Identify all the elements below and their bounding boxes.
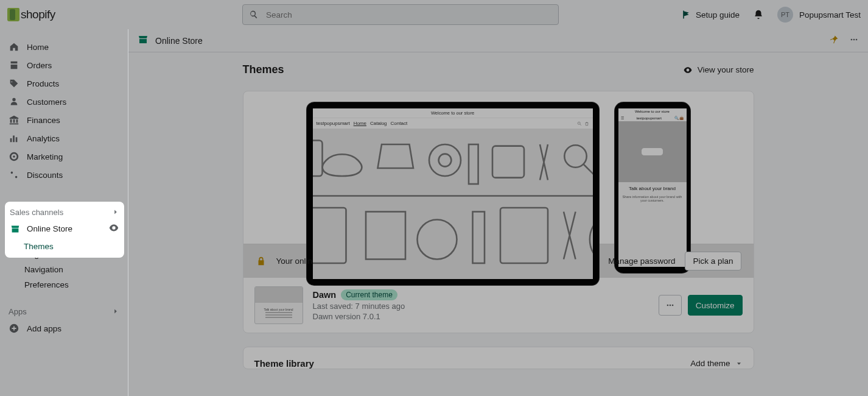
svg-point-0 bbox=[578, 122, 580, 124]
dots-icon bbox=[665, 300, 676, 311]
shopify-wordmark: shopify bbox=[21, 8, 55, 21]
add-apps-label: Add apps bbox=[27, 324, 61, 333]
orders-icon bbox=[9, 60, 19, 71]
preview-phone-headline: Talk about your brand bbox=[618, 182, 687, 195]
chevron-down-icon bbox=[735, 360, 743, 367]
library-title: Theme library bbox=[254, 358, 314, 369]
page-title: Themes bbox=[243, 63, 284, 76]
lock-icon bbox=[256, 256, 267, 267]
nav-home-label: Home bbox=[27, 43, 49, 52]
theme-library-card: Theme library Add theme bbox=[243, 347, 754, 369]
nav-home[interactable]: Home bbox=[0, 38, 128, 56]
avatar: PT bbox=[777, 7, 793, 23]
preview-phone-sub: Share information about your brand with … bbox=[618, 195, 687, 202]
pin-icon bbox=[829, 35, 839, 44]
tag-icon bbox=[9, 78, 19, 89]
search-field[interactable] bbox=[242, 4, 559, 25]
phone-frame: Welcome to our store ☰ testpopupsmart 🔍 … bbox=[615, 102, 690, 273]
nav-online-store[interactable]: Online Store bbox=[5, 219, 124, 239]
sales-channels-label: Sales channels bbox=[10, 208, 63, 217]
preview-hero bbox=[313, 129, 593, 279]
notifications-button[interactable] bbox=[753, 9, 764, 20]
preview-phone-announce: Welcome to our store bbox=[618, 108, 687, 115]
sub-navigation[interactable]: Navigation bbox=[0, 262, 128, 277]
nav-products[interactable]: Products bbox=[0, 74, 128, 93]
preview-announce: Welcome to our store bbox=[313, 108, 593, 118]
add-theme-label: Add theme bbox=[690, 359, 730, 368]
content-header-title: Online Store bbox=[155, 36, 203, 46]
shopify-logo[interactable]: shopify bbox=[7, 8, 55, 21]
setup-guide-label: Setup guide bbox=[696, 10, 740, 19]
manage-password-link[interactable]: Manage password bbox=[608, 256, 675, 266]
view-store-label: View your store bbox=[698, 65, 754, 74]
account-menu[interactable]: PT Popupsmart Test bbox=[777, 7, 861, 23]
account-name: Popupsmart Test bbox=[799, 10, 861, 19]
preview-phone-cta: Shop all bbox=[642, 148, 663, 155]
sidebar-highlight: Sales channels Online Store Themes bbox=[5, 202, 124, 258]
sales-channels-header[interactable]: Sales channels bbox=[5, 205, 124, 219]
search-icon bbox=[577, 121, 582, 126]
apps-header[interactable]: Apps bbox=[0, 303, 128, 319]
theme-row: Talk about your brand Dawn Current theme… bbox=[243, 278, 754, 333]
nav-customers[interactable]: Customers bbox=[0, 93, 128, 111]
nav-orders[interactable]: Orders bbox=[0, 56, 128, 74]
search-icon bbox=[249, 10, 259, 19]
more-button[interactable] bbox=[849, 34, 859, 47]
theme-more-button[interactable] bbox=[659, 295, 682, 316]
chart-icon bbox=[9, 133, 19, 144]
theme-version: Dawn version 7.0.1 bbox=[313, 312, 405, 321]
nav-orders-label: Orders bbox=[27, 61, 52, 70]
theme-thumb: Talk about your brand bbox=[254, 286, 303, 324]
add-theme-button[interactable]: Add theme bbox=[690, 359, 742, 368]
person-icon bbox=[9, 96, 19, 107]
store-icon bbox=[137, 34, 149, 48]
current-theme-badge: Current theme bbox=[341, 289, 397, 300]
nav-online-store-label: Online Store bbox=[27, 224, 72, 233]
store-icon bbox=[10, 224, 21, 235]
add-apps[interactable]: Add apps bbox=[0, 319, 128, 338]
sidebar: Home Orders Products Customers Finances … bbox=[0, 29, 128, 396]
nav-discounts-label: Discounts bbox=[27, 171, 63, 180]
preview-link-contact: Contact bbox=[391, 121, 408, 126]
view-store-eye-button[interactable] bbox=[108, 222, 119, 235]
laptop-frame: Welcome to our store testpopupsmart Home… bbox=[307, 102, 599, 285]
pin-button[interactable] bbox=[829, 35, 839, 46]
chevron-right-icon bbox=[112, 208, 119, 216]
eye-icon bbox=[683, 65, 693, 75]
customize-button[interactable]: Customize bbox=[688, 295, 743, 316]
preview-link-catalog: Catalog bbox=[370, 121, 387, 126]
bell-icon bbox=[753, 9, 764, 20]
nav-discounts[interactable]: Discounts bbox=[0, 166, 128, 184]
percent-icon bbox=[9, 169, 19, 180]
nav-customers-label: Customers bbox=[27, 97, 66, 107]
eye-icon bbox=[108, 222, 119, 233]
nav-finances[interactable]: Finances bbox=[0, 111, 128, 129]
theme-name: Dawn bbox=[313, 290, 337, 300]
bag-icon bbox=[584, 121, 589, 126]
nav-analytics-label: Analytics bbox=[27, 134, 60, 143]
preview-link-home: Home bbox=[354, 121, 366, 126]
search-input[interactable] bbox=[265, 10, 552, 20]
svg-rect-1 bbox=[313, 129, 593, 279]
sub-preferences[interactable]: Preferences bbox=[0, 277, 128, 292]
preview-phone-brand: testpopupsmart bbox=[636, 116, 661, 120]
nav-analytics[interactable]: Analytics bbox=[0, 129, 128, 147]
preview-phone-hero: Shop all bbox=[618, 121, 687, 182]
nav-finances-label: Finances bbox=[27, 116, 60, 125]
apps-header-label: Apps bbox=[9, 307, 27, 316]
plus-circle-icon bbox=[9, 323, 19, 334]
topbar: shopify Setup guide PT Popupsmart Test bbox=[0, 0, 868, 29]
nav-marketing[interactable]: Marketing bbox=[0, 147, 128, 166]
current-theme-card: Welcome to our store testpopupsmart Home… bbox=[243, 91, 754, 333]
view-store-link[interactable]: View your store bbox=[683, 65, 754, 75]
main: Online Store Themes View your store bbox=[128, 29, 868, 396]
setup-guide-link[interactable]: Setup guide bbox=[681, 10, 740, 19]
nav-products-label: Products bbox=[27, 79, 59, 88]
bank-icon bbox=[9, 115, 19, 126]
home-icon bbox=[9, 41, 19, 52]
sub-themes[interactable]: Themes bbox=[5, 239, 124, 254]
content-header: Online Store bbox=[128, 29, 868, 52]
page-title-row: Themes View your store bbox=[243, 63, 754, 76]
pick-plan-button[interactable]: Pick a plan bbox=[685, 252, 741, 270]
flag-icon bbox=[681, 10, 691, 19]
